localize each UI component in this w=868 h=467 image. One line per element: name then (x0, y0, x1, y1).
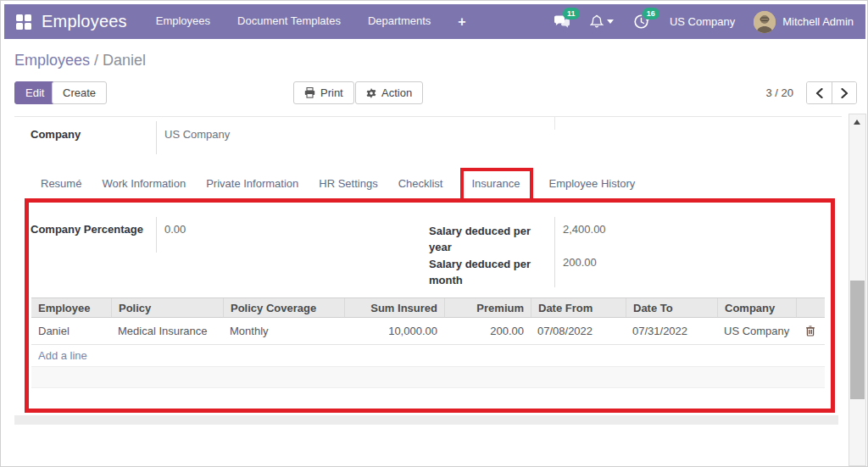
form-column-divider (554, 116, 555, 130)
edit-button[interactable]: Edit (14, 81, 55, 104)
table-header-row: Employee Policy Policy Coverage Sum Insu… (31, 297, 825, 318)
cell-sum-insured[interactable]: 10,000.00 (344, 318, 444, 344)
cell-company[interactable]: US Company (717, 318, 796, 344)
trash-icon (805, 325, 815, 336)
breadcrumb-parent[interactable]: Employees (14, 52, 90, 69)
breadcrumb-separator: / (90, 52, 103, 69)
scroll-up-arrow-icon[interactable] (854, 120, 860, 125)
column-header-sum-insured[interactable]: Sum Insured (344, 298, 444, 317)
pager-next-button[interactable] (832, 82, 856, 103)
messages-button[interactable]: 11 (553, 14, 571, 31)
salary-deduced-year-label: Salary deduced per year (429, 223, 539, 255)
notifications-button[interactable] (590, 14, 614, 29)
tab-insurance[interactable]: Insurance (471, 177, 520, 190)
messages-count-badge: 11 (563, 8, 580, 19)
activities-count-badge: 16 (643, 8, 659, 19)
cell-policy-coverage[interactable]: Monthly (223, 318, 344, 344)
app-brand[interactable]: Employees (42, 12, 127, 31)
pager (806, 81, 857, 104)
print-label: Print (320, 86, 343, 99)
company-field-label: Company (31, 128, 81, 141)
navbar-right: 11 16 US Company (553, 11, 865, 33)
salary-deduced-month-label: Salary deduced per month (429, 256, 539, 288)
pager-previous-button[interactable] (807, 82, 832, 103)
user-name: Mitchell Admin (782, 15, 854, 28)
company-field-value[interactable]: US Company (164, 128, 230, 141)
company-switcher[interactable]: US Company (670, 15, 735, 28)
cell-employee[interactable]: Daniel (31, 318, 111, 344)
column-header-date-to[interactable]: Date To (626, 298, 717, 317)
company-percentage-separator (156, 217, 157, 253)
nav-item-departments[interactable]: Departments (368, 14, 431, 30)
vertical-scrollbar[interactable] (849, 114, 866, 466)
nav-item-plus[interactable]: + (458, 14, 465, 30)
nav-item-employees[interactable]: Employees (156, 14, 210, 30)
breadcrumb-current: Daniel (103, 52, 146, 69)
main-menu: Employees Document Templates Departments… (156, 14, 466, 30)
table-row[interactable]: Daniel Medical Insurance Monthly 10,000.… (31, 318, 825, 345)
bell-icon (590, 14, 604, 29)
chevron-down-icon (607, 19, 614, 24)
notebook-tabs: Resumé Work Information Private Informat… (41, 177, 635, 190)
tab-resume[interactable]: Resumé (41, 177, 81, 190)
delete-row-button[interactable] (805, 325, 815, 336)
salary-deduced-year-value[interactable]: 2,400.00 (563, 223, 606, 236)
cell-policy[interactable]: Medical Insurance (111, 318, 223, 344)
nav-item-document-templates[interactable]: Document Templates (237, 14, 341, 30)
app-window: Employees Employees Document Templates D… (0, 0, 868, 467)
salary-deduced-month-value[interactable]: 200.00 (563, 256, 597, 269)
empty-table-row (31, 388, 825, 409)
apps-grid-icon[interactable] (16, 14, 31, 30)
cell-premium[interactable]: 200.00 (444, 318, 531, 344)
add-line-row: Add a line (31, 345, 825, 367)
column-header-actions (796, 298, 825, 317)
column-header-premium[interactable]: Premium (444, 298, 531, 317)
print-button[interactable]: Print (293, 81, 354, 104)
chevron-right-icon (841, 88, 849, 98)
insurance-lines-table: Employee Policy Policy Coverage Sum Insu… (31, 297, 825, 409)
create-button[interactable]: Create (52, 81, 107, 104)
user-menu[interactable]: Mitchell Admin (754, 11, 854, 33)
scrollbar-thumb[interactable] (850, 281, 865, 399)
breadcrumb: Employees / Daniel (14, 52, 146, 69)
column-header-date-from[interactable]: Date From (531, 298, 626, 317)
add-a-line-link[interactable]: Add a line (31, 345, 94, 366)
column-header-policy-coverage[interactable]: Policy Coverage (223, 298, 344, 317)
company-field-separator (156, 121, 157, 154)
tab-private-information[interactable]: Private Information (206, 177, 298, 190)
printer-icon (304, 87, 315, 98)
cell-date-to[interactable]: 07/31/2022 (626, 318, 717, 344)
company-percentage-value[interactable]: 0.00 (164, 223, 186, 236)
column-header-employee[interactable]: Employee (31, 298, 111, 317)
column-header-company[interactable]: Company (717, 298, 796, 317)
pager-counter: 3 / 20 (738, 86, 793, 99)
top-navbar: Employees Employees Document Templates D… (4, 4, 865, 39)
activities-button[interactable]: 16 (632, 14, 651, 31)
tab-hr-settings[interactable]: HR Settings (319, 177, 377, 190)
action-label: Action (381, 86, 412, 99)
avatar (754, 11, 776, 33)
tab-employee-history[interactable]: Employee History (549, 177, 636, 190)
empty-table-row (31, 367, 825, 388)
gear-icon (366, 88, 376, 98)
cell-date-from[interactable]: 07/08/2022 (531, 318, 626, 344)
tab-checklist[interactable]: Checklist (398, 177, 443, 190)
chevron-left-icon (815, 88, 823, 98)
company-percentage-label: Company Percentage (31, 223, 143, 236)
column-header-policy[interactable]: Policy (111, 298, 223, 317)
salary-fields-separator (554, 217, 555, 287)
form-top-divider (14, 116, 842, 117)
action-button[interactable]: Action (355, 81, 423, 104)
tab-work-information[interactable]: Work Information (102, 177, 186, 190)
sheet-bottom-edge (14, 415, 838, 425)
